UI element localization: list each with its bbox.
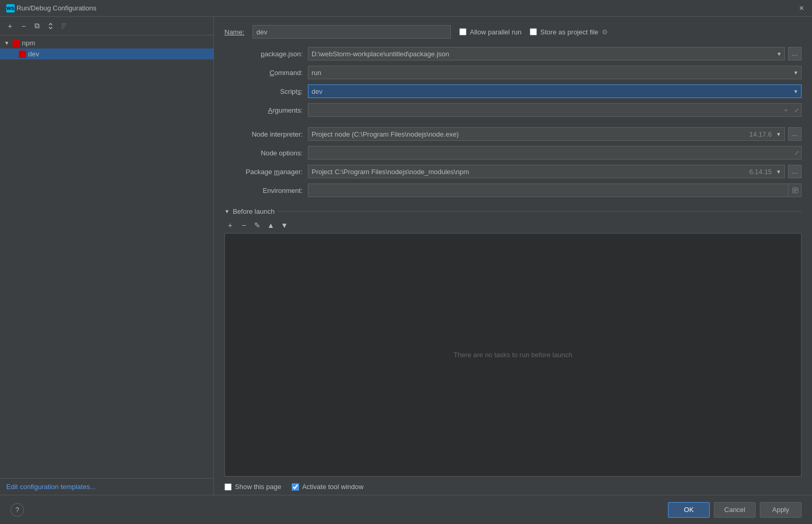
no-tasks-text: There are no tasks to run before launch [453,351,572,359]
npm-item-icon [19,51,26,58]
node-interpreter-label: Node interpreter: [224,130,308,138]
cancel-button[interactable]: Cancel [714,502,756,518]
sort-config-button[interactable] [58,20,70,32]
package-manager-tag: Project [312,168,332,176]
ok-button[interactable]: OK [668,502,710,518]
move-config-button[interactable] [45,20,56,32]
tree-group-npm[interactable]: ▼ npm [0,38,213,48]
edit-templates-link[interactable]: Edit configuration templates... [6,483,95,491]
node-interpreter-dropdown-arrow: ▼ [776,131,781,137]
name-label: Name: [224,28,244,36]
node-interpreter-browse-button[interactable]: … [788,127,802,141]
app-icon: WS [6,4,15,13]
scripts-label: Scripts: [224,88,308,95]
command-label: Command: [224,69,308,77]
activate-tool-window-checkbox[interactable] [292,483,299,491]
package-json-label: package.json: [224,50,308,58]
package-manager-dropdown-arrow: ▼ [776,169,781,175]
gear-icon[interactable]: ⚙ [602,28,608,36]
environment-edit-button[interactable] [788,184,802,197]
scripts-input[interactable] [308,84,802,98]
remove-config-button[interactable]: − [18,20,29,32]
close-button[interactable]: × [797,4,806,13]
store-as-project-label: Store as project file [540,28,598,36]
before-launch-divider [278,211,802,212]
arguments-add-button[interactable]: + [781,103,791,117]
package-manager-version: 6.14.15 [749,168,772,176]
arguments-input[interactable] [308,103,802,117]
node-options-input[interactable] [308,146,802,160]
activate-tool-window-label: Activate tool window [302,483,364,491]
node-interpreter-path: node (C:\Program Files\nodejs\node.exe) [335,130,747,138]
command-select[interactable]: run install test build [308,66,802,79]
name-input[interactable] [253,25,451,39]
before-launch-up-button[interactable]: ▲ [265,220,277,231]
package-manager-path: C:\Program Files\nodejs\node_modules\npm [335,168,747,176]
environment-input[interactable] [308,184,802,197]
show-this-page-label: Show this page [235,483,281,491]
store-as-project-checkbox[interactable] [530,28,537,35]
node-interpreter-version: 14.17.6 [749,130,772,138]
package-json-input[interactable] [308,47,785,60]
arguments-label: Arguments: [224,106,308,114]
before-launch-area: There are no tasks to run before launch [224,233,802,477]
copy-config-button[interactable]: ⧉ [31,20,43,32]
before-launch-title: Before launch [233,208,274,215]
environment-label: Environment: [224,187,308,194]
allow-parallel-label: Allow parallel run [470,28,521,36]
tree-item-dev[interactable]: dev [0,48,213,59]
before-launch-remove-button[interactable]: − [238,220,249,231]
allow-parallel-checkbox[interactable] [459,28,467,35]
chevron-down-icon: ▼ [4,40,10,46]
package-json-browse-button[interactable]: … [788,47,802,60]
before-launch-chevron[interactable]: ▼ [224,209,230,214]
before-launch-edit-button[interactable]: ✎ [252,220,263,231]
package-manager-browse-button[interactable]: … [788,165,802,178]
package-manager-label: Package manager: [224,168,308,176]
before-launch-down-button[interactable]: ▼ [279,220,290,231]
tree-group-label: npm [22,39,35,47]
show-this-page-checkbox[interactable] [224,483,232,491]
help-button[interactable]: ? [10,503,24,517]
node-options-expand-button[interactable]: ⤢ [791,146,802,160]
add-config-button[interactable]: + [4,20,16,32]
tree-item-label: dev [28,50,39,58]
before-launch-add-button[interactable]: + [224,220,236,231]
node-interpreter-tag: Project [312,130,332,138]
arguments-expand-button[interactable]: ⤢ [791,103,802,117]
dialog-title: Run/Debug Configurations [17,4,797,12]
npm-icon [13,40,20,47]
node-options-label: Node options: [224,149,308,157]
apply-button[interactable]: Apply [760,502,802,518]
